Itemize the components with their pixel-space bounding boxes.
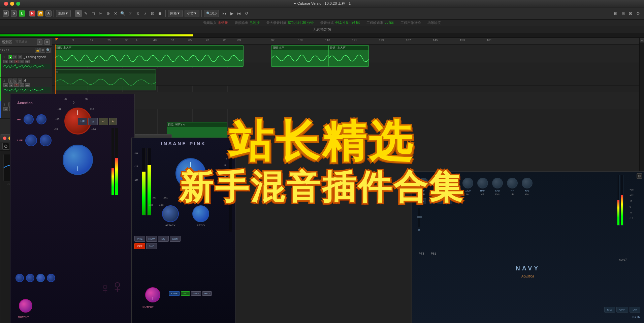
visible-tracks-label[interactable]: 可见通道 [15, 40, 28, 44]
record-btn[interactable]: ⏺ [157, 10, 163, 17]
scroll-up[interactable]: ▲ [640, 38, 644, 42]
lock-icon[interactable]: 🔒 [35, 48, 40, 53]
toolbar-r[interactable]: R [29, 10, 35, 17]
navy-lmf-knob-1[interactable] [448, 178, 458, 188]
maximize-button[interactable] [16, 2, 20, 6]
lmf-knob-1[interactable] [25, 135, 37, 146]
range-tool[interactable]: ⊡ [149, 10, 156, 17]
quantize-btn[interactable]: 🔍 1/16 [204, 10, 219, 17]
track-record-arm-2[interactable]: ● [8, 79, 12, 83]
attack-knob[interactable] [162, 205, 179, 222]
hf-btn[interactable]: HF [78, 118, 87, 125]
tc-btn-1[interactable]: ◀ [3, 60, 8, 63]
scissors-tool[interactable]: ✂ [97, 10, 104, 17]
shelf-btn[interactable]: ⊿ [88, 118, 98, 125]
eq-btn[interactable]: EQ [158, 236, 169, 242]
n-btn-4[interactable]: N [446, 198, 452, 204]
snap-btn[interactable]: 网格 ▼ [168, 10, 183, 17]
com-btn[interactable]: COM [170, 236, 181, 242]
ratio-knob[interactable] [192, 205, 209, 222]
tc-btn-2[interactable]: ◀ [9, 60, 13, 63]
navy-hf-knob-2[interactable] [522, 178, 533, 188]
view-icon-1[interactable]: ⊞ [612, 10, 619, 17]
output-knob[interactable] [19, 299, 32, 313]
pencil-tool[interactable]: ✎ [83, 10, 89, 17]
toolbar-a[interactable]: A [45, 10, 52, 17]
low-knob-3[interactable] [36, 274, 45, 282]
mixer-power-btn[interactable]: ⏻ [2, 143, 9, 150]
tc-btn-2-1[interactable]: ◀ [3, 83, 8, 87]
knee-btn[interactable]: KNEE [169, 291, 180, 296]
zoom-tool[interactable]: 🔍 [120, 10, 126, 17]
navy-hmf-knob-1[interactable] [477, 178, 488, 188]
filter-btn[interactable]: ≺ [99, 118, 108, 125]
tc-btn-4[interactable]: ▶▶ [25, 60, 30, 63]
audio-clip-1[interactable]: 日记- 主人声 [55, 45, 244, 67]
toolbar-w[interactable]: W [37, 10, 43, 17]
toolbar-l[interactable]: L [19, 10, 25, 17]
comp-fader-handle[interactable] [228, 173, 234, 177]
tc-btn-2-4[interactable]: ▶▶ [25, 83, 30, 87]
track-settings-btn[interactable]: ≡ [44, 39, 50, 45]
off-btn[interactable]: OFF [134, 243, 145, 249]
rewind-btn[interactable]: ⏮ [221, 10, 228, 17]
tc-btn-3[interactable]: ⊡ [20, 60, 24, 63]
toolbar-s[interactable]: S [11, 10, 17, 17]
new-btn[interactable]: NEW [146, 236, 157, 242]
freq-knob[interactable] [63, 145, 93, 175]
view-icon-2[interactable]: ⊟ [620, 10, 626, 17]
low-knob-4[interactable] [47, 274, 55, 282]
search-icon[interactable]: 🔍 [46, 48, 51, 53]
lmf-knob-2[interactable] [40, 135, 52, 146]
track-record-arm-1[interactable]: ● [8, 55, 12, 59]
hrd-btn[interactable]: HRD [202, 291, 212, 296]
add-track-btn[interactable]: + [37, 39, 42, 45]
hf-knob-2[interactable] [36, 114, 46, 124]
mute-tool[interactable]: ✕ [112, 10, 119, 17]
pre-btn[interactable]: PRE [134, 236, 145, 242]
navy-lf-knob-1[interactable] [418, 178, 429, 188]
comp-main-knob[interactable] [175, 158, 206, 188]
window-controls[interactable] [4, 2, 20, 6]
tc-btn-2-r[interactable]: R [14, 83, 19, 87]
audio-clip-3[interactable]: 日记 - 主人声 [328, 45, 369, 67]
grp-btn[interactable]: GRP [616, 307, 628, 313]
a-btn[interactable]: A [109, 118, 117, 125]
bar-btn[interactable]: 小节 ▼ [185, 10, 199, 17]
tc-btn-2-3[interactable]: ⊡ [20, 83, 24, 87]
play-btn[interactable]: ▶ [228, 10, 235, 17]
loop-btn[interactable]: ↺ [243, 10, 250, 17]
mix-btn[interactable]: MIX [604, 307, 615, 313]
low-knob-1[interactable] [15, 274, 24, 282]
close-button[interactable] [4, 2, 8, 6]
view-icon-3[interactable]: ⊠ [627, 10, 634, 17]
n-btn-2[interactable]: N [429, 198, 435, 204]
navy-hmf-knob-2[interactable] [492, 178, 503, 188]
glue-tool[interactable]: ⊕ [105, 10, 111, 17]
comp-output-knob[interactable] [145, 287, 160, 302]
navy-lmf-knob-2[interactable] [462, 178, 473, 188]
speaker-tool[interactable]: ♪ [142, 10, 149, 17]
med-btn[interactable]: MED [191, 291, 201, 296]
audio-clip-track2[interactable]: xl [55, 69, 156, 90]
tc-btn-3-1[interactable]: ◀ [3, 107, 8, 111]
navy-hf-knob-1[interactable] [507, 178, 518, 188]
cursor-tool[interactable]: ↖ [75, 10, 82, 17]
tc-btn-r[interactable]: R [14, 60, 19, 63]
minimize-button[interactable] [10, 2, 14, 6]
bnd-btn[interactable]: BND [146, 243, 157, 249]
track-solo-2[interactable]: S [13, 79, 17, 83]
erase-tool[interactable]: ◻ [90, 10, 97, 17]
track-mute-2[interactable]: M [18, 79, 22, 83]
tc-btn-2-2[interactable]: ◀ [9, 83, 13, 87]
navy-minimize[interactable]: ⊟ [637, 173, 642, 179]
settings-icon[interactable]: ⚙ [635, 10, 641, 17]
dir-btn[interactable]: DIR [630, 307, 640, 313]
toolbar-m[interactable]: M [3, 10, 9, 17]
inspector-label[interactable]: 观测区 [2, 40, 12, 45]
mixer-close-btn[interactable] [3, 137, 6, 140]
track-mute-1[interactable]: M [18, 55, 22, 59]
n-btn-1[interactable]: N [420, 198, 426, 204]
harmony-clip-1[interactable]: 日记- 和声1 R [167, 122, 227, 140]
hf-knob-1[interactable] [24, 114, 34, 124]
